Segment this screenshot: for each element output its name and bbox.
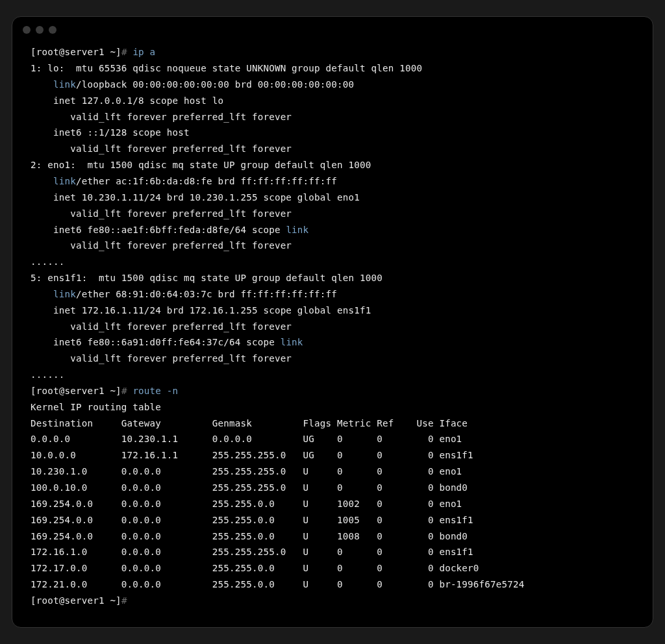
prompt-symbol: #	[121, 595, 127, 606]
ipa-eno1-link: /ether ac:1f:6b:da:d8:fe brd ff:ff:ff:ff…	[76, 176, 337, 186]
prompt-user: [root@server1 ~]	[31, 47, 121, 57]
ipa-dots: ......	[31, 256, 64, 267]
route-row: 172.17.0.0 0.0.0.0 255.255.0.0 U 0 0 0 d…	[31, 560, 479, 576]
link-keyword: link	[281, 337, 303, 347]
ipa-eno1-inet6: inet6 fe80::ae1f:6bff:feda:d8fe/64 scope	[31, 225, 286, 235]
prompt-symbol: #	[121, 47, 127, 57]
ipa-ens1f1-inet6: inet6 fe80::6a91:d0ff:fe64:37c/64 scope	[31, 337, 281, 347]
prompt-user: [root@server1 ~]	[31, 595, 121, 606]
maximize-icon[interactable]	[49, 26, 56, 34]
ipa-eno1-inet: inet 10.230.1.11/24 brd 10.230.1.255 sco…	[31, 192, 360, 203]
route-row: 169.254.0.0 0.0.0.0 255.255.0.0 U 1005 0…	[31, 512, 473, 528]
link-keyword: link	[53, 289, 76, 299]
route-row: 10.230.1.0 0.0.0.0 255.255.255.0 U 0 0 0…	[31, 464, 462, 480]
route-row: 172.16.1.0 0.0.0.0 255.255.255.0 U 0 0 0…	[31, 544, 473, 560]
close-icon[interactable]	[23, 26, 31, 34]
ipa-ens1f1-valid2: valid_lft forever preferred_lft forever	[31, 353, 292, 364]
ipa-lo-valid2: valid_lft forever preferred_lft forever	[31, 143, 292, 154]
ipa-eno1-valid2: valid_lft forever preferred_lft forever	[31, 240, 292, 251]
prompt-symbol: #	[121, 386, 127, 396]
route-title: Kernel IP routing table	[31, 402, 161, 412]
route-row: 0.0.0.0 10.230.1.1 0.0.0.0 UG 0 0 0 eno1	[31, 431, 462, 447]
link-keyword: link	[53, 176, 76, 186]
ipa-dots: ......	[31, 369, 64, 380]
route-row: 169.254.0.0 0.0.0.0 255.255.0.0 U 1008 0…	[31, 528, 468, 545]
prompt-user: [root@server1 ~]	[31, 386, 121, 396]
ipa-lo-valid1: valid_lft forever preferred_lft forever	[31, 112, 292, 122]
route-header: Destination Gateway Genmask Flags Metric…	[31, 415, 468, 432]
link-keyword: link	[53, 79, 76, 90]
ipa-lo-inet6: inet6 ::1/128 scope host	[31, 127, 190, 138]
ipa-ens1f1-inet: inet 172.16.1.11/24 brd 172.16.1.255 sco…	[31, 305, 371, 316]
ipa-lo-inet: inet 127.0.0.1/8 scope host lo	[31, 95, 223, 106]
ipa-eno1-valid1: valid_lft forever preferred_lft forever	[31, 208, 292, 219]
route-row: 100.0.10.0 0.0.0.0 255.255.255.0 U 0 0 0…	[31, 480, 468, 496]
minimize-icon[interactable]	[36, 26, 44, 34]
ipa-lo-link: /loopback 00:00:00:00:00:00 brd 00:00:00…	[76, 79, 354, 90]
ipa-ens1f1-valid1: valid_lft forever preferred_lft forever	[31, 321, 292, 332]
route-row: 10.0.0.0 172.16.1.1 255.255.255.0 UG 0 0…	[31, 447, 473, 464]
route-row: 172.21.0.0 0.0.0.0 255.255.0.0 U 0 0 0 b…	[31, 576, 525, 593]
title-bar	[12, 17, 653, 36]
terminal-window[interactable]: [root@server1 ~]# ip a 1: lo: mtu 65536 …	[12, 16, 653, 628]
terminal-body[interactable]: [root@server1 ~]# ip a 1: lo: mtu 65536 …	[12, 36, 653, 627]
command-ip-a: ip a	[132, 47, 155, 57]
link-keyword: link	[286, 225, 308, 235]
route-row: 169.254.0.0 0.0.0.0 255.255.0.0 U 1002 0…	[31, 496, 462, 512]
ipa-ens1f1-link: /ether 68:91:d0:64:03:7c brd ff:ff:ff:ff…	[76, 289, 337, 299]
ipa-eno1-header: 2: eno1: mtu 1500 qdisc mq state UP grou…	[31, 160, 371, 170]
ipa-lo-header: 1: lo: mtu 65536 qdisc noqueue state UNK…	[31, 63, 422, 73]
command-route-n: route -n	[132, 386, 178, 396]
ipa-ens1f1-header: 5: ens1f1: mtu 1500 qdisc mq state UP gr…	[31, 273, 383, 283]
